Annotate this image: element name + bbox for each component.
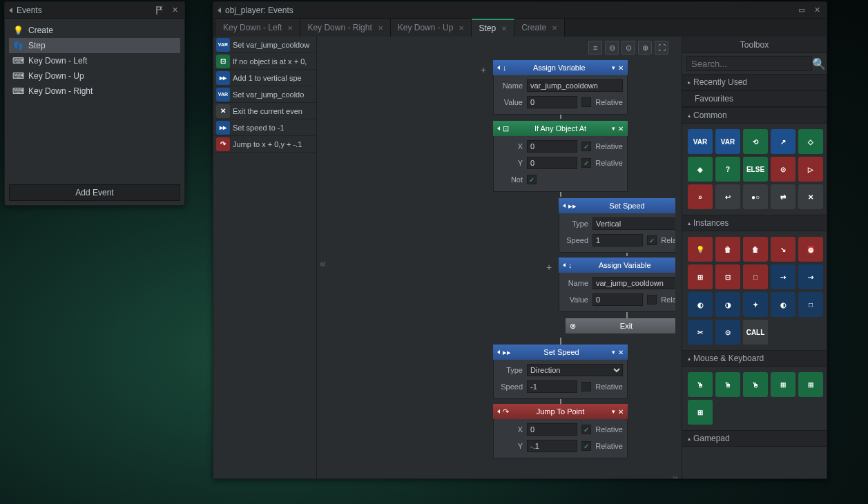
- tool-item[interactable]: VAR: [688, 129, 713, 154]
- section-common[interactable]: ▴Common: [682, 107, 827, 124]
- zoom-in-icon[interactable]: ⊕: [638, 41, 652, 55]
- event-row-key-right[interactable]: ⌨Key Down - Right: [9, 84, 180, 99]
- event-row-key-left[interactable]: ⌨Key Down - Left: [9, 53, 180, 68]
- tab-key-up[interactable]: Key Down - Up✕: [391, 19, 472, 37]
- add-icon[interactable]: +: [481, 64, 486, 75]
- tool-item[interactable]: ✕: [798, 184, 823, 209]
- collapse-icon[interactable]: [9, 8, 12, 13]
- node-assign-variable[interactable]: ↓Assign Variable▾✕ Name ValueRelative: [559, 258, 675, 312]
- tab-key-left[interactable]: Key Down - Left✕: [216, 19, 300, 37]
- tab-create[interactable]: Create✕: [514, 19, 565, 37]
- tool-item[interactable]: ↘: [771, 237, 795, 262]
- tool-item[interactable]: ⊞: [798, 372, 823, 397]
- node-if-object-at[interactable]: ⊡If Any Object At▾✕ XRelative YRelative …: [493, 121, 628, 192]
- tool-item[interactable]: ◈: [688, 157, 713, 182]
- event-row-key-up[interactable]: ⌨Key Down - Up: [9, 68, 180, 84]
- relative-checkbox[interactable]: [647, 295, 657, 304]
- tool-item[interactable]: ✂: [688, 320, 713, 345]
- close-icon[interactable]: ✕: [169, 5, 180, 16]
- close-icon[interactable]: ✕: [552, 24, 557, 32]
- section-mouse[interactable]: ▴Mouse & Keyboard: [682, 350, 827, 367]
- tool-item[interactable]: ⇄: [771, 184, 795, 209]
- tool-item[interactable]: ⊞: [688, 264, 713, 289]
- close-icon[interactable]: ✕: [287, 24, 293, 32]
- close-icon[interactable]: ✕: [618, 349, 624, 356]
- canvas-area[interactable]: ≡ ⊖ ⊙ ⊕ ⛶ « + ↓Assign Variable▾✕ Name Va…: [317, 37, 675, 478]
- section-favourites[interactable]: Favourites: [682, 90, 827, 107]
- relative-checkbox[interactable]: [581, 97, 591, 107]
- section-gamepad[interactable]: ▴Gamepad: [682, 430, 827, 447]
- relative-checkbox[interactable]: [581, 425, 591, 434]
- node-jump-to-point[interactable]: ↷Jump To Point▾✕ XRelative YRelative: [493, 404, 628, 458]
- collapse-icon[interactable]: [563, 263, 566, 267]
- not-checkbox[interactable]: [527, 175, 537, 184]
- close-icon[interactable]: ✕: [378, 24, 383, 32]
- events-titlebar[interactable]: Events ✕: [5, 2, 184, 19]
- search-icon[interactable]: 🔍: [812, 57, 826, 70]
- tool-item[interactable]: ⇢: [771, 264, 795, 289]
- event-row-step[interactable]: 👣Step: [9, 38, 180, 53]
- action-row[interactable]: ▸▸ Add 1 to vertical spe: [213, 70, 316, 86]
- value-input[interactable]: [592, 293, 643, 306]
- tool-item[interactable]: ◇: [798, 129, 823, 154]
- close-icon[interactable]: ✕: [618, 125, 624, 133]
- tool-item[interactable]: ●○: [743, 184, 768, 209]
- tool-item[interactable]: ELSE: [743, 157, 768, 182]
- section-instances[interactable]: ▴Instances: [682, 215, 827, 231]
- tool-item[interactable]: ?: [715, 157, 740, 182]
- tool-item[interactable]: ↩: [715, 184, 740, 209]
- tool-item[interactable]: ⊙: [771, 157, 795, 182]
- chevron-down-icon[interactable]: ▾: [612, 408, 615, 415]
- relative-checkbox[interactable]: [581, 142, 591, 151]
- action-row[interactable]: ↷Jump to x + 0,y + -.1: [213, 136, 316, 153]
- zoom-reset-icon[interactable]: ⊙: [621, 41, 635, 55]
- tool-item[interactable]: 🖱: [715, 372, 740, 397]
- type-select[interactable]: Vertical: [592, 217, 675, 230]
- name-input[interactable]: [527, 79, 623, 92]
- main-titlebar[interactable]: obj_player: Events ▭ ✕: [213, 2, 827, 19]
- tool-item[interactable]: 🖱: [688, 372, 713, 397]
- tool-item[interactable]: 🗑: [715, 237, 740, 262]
- x-input[interactable]: [527, 140, 577, 153]
- action-row[interactable]: ▸▸Set speed to -1: [213, 119, 316, 136]
- collapse-left-icon[interactable]: «: [320, 258, 326, 270]
- tool-item[interactable]: ⊞: [771, 372, 795, 397]
- action-row[interactable]: ⊡If no object is at x + 0,: [213, 53, 316, 70]
- node-assign-variable[interactable]: ↓Assign Variable▾✕ Name ValueRelative: [493, 60, 628, 115]
- section-recent[interactable]: ▸Recently Used: [682, 74, 827, 90]
- tool-item[interactable]: 💡: [688, 237, 713, 262]
- value-input[interactable]: [527, 96, 577, 108]
- tool-item[interactable]: ◐: [688, 292, 713, 317]
- collapse-icon[interactable]: [218, 8, 221, 13]
- close-icon[interactable]: ✕: [459, 24, 464, 32]
- tool-item[interactable]: VAR: [715, 129, 740, 154]
- action-row[interactable]: ✕ Exit the current even: [213, 103, 316, 119]
- chevron-down-icon[interactable]: ▾: [612, 125, 615, 132]
- chevron-down-icon[interactable]: ▾: [612, 64, 615, 71]
- relative-checkbox[interactable]: [647, 235, 657, 245]
- tool-item[interactable]: ▷: [798, 157, 823, 182]
- tool-item[interactable]: □: [798, 292, 823, 317]
- tool-item[interactable]: ◐: [771, 292, 795, 317]
- action-row[interactable]: VARSet var_jump_cooldow: [213, 37, 316, 53]
- collapse-icon[interactable]: [497, 126, 500, 130]
- chevron-down-icon[interactable]: ▾: [612, 349, 615, 356]
- zoom-out-icon[interactable]: ⊖: [605, 41, 619, 55]
- tool-item[interactable]: ⟲: [743, 129, 768, 154]
- tool-item[interactable]: 🖱: [743, 372, 768, 397]
- tab-key-right[interactable]: Key Down - Right✕: [300, 19, 390, 37]
- close-icon[interactable]: ✕: [501, 25, 507, 32]
- tool-item[interactable]: ⊡: [715, 264, 740, 289]
- tool-item[interactable]: 🗑: [743, 237, 768, 262]
- speed-input[interactable]: [527, 380, 577, 393]
- search-input[interactable]: [686, 56, 812, 71]
- flag-icon[interactable]: [154, 5, 165, 16]
- tool-item[interactable]: ⊙: [715, 320, 740, 345]
- tool-item[interactable]: ⊞: [688, 400, 713, 425]
- tool-item[interactable]: ⏰: [798, 237, 823, 262]
- add-event-button[interactable]: Add Event: [9, 184, 180, 201]
- tool-item[interactable]: »: [688, 184, 713, 209]
- tool-item[interactable]: □: [743, 264, 768, 289]
- collapse-icon[interactable]: [497, 350, 500, 354]
- event-row-create[interactable]: 💡Create: [9, 23, 180, 38]
